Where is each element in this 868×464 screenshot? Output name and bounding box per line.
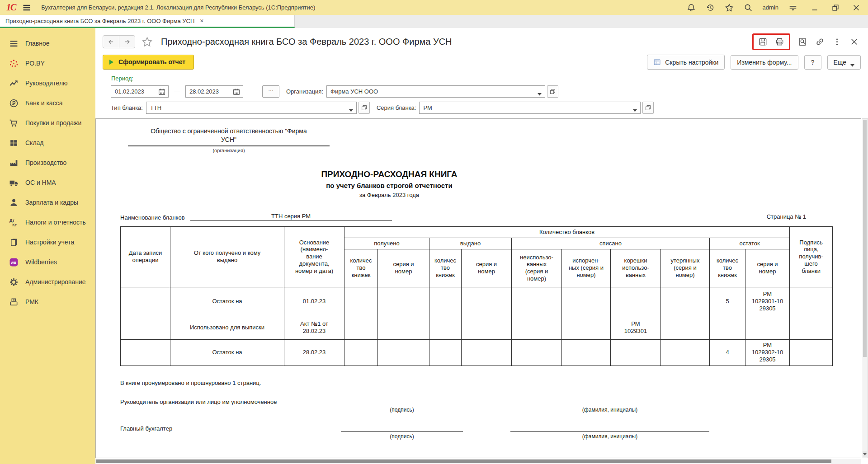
table-cell [429, 316, 462, 339]
period-to-value[interactable]: 28.02.2023 [189, 88, 219, 95]
more-dots-icon[interactable] [832, 37, 842, 47]
vertical-scroll-thumb[interactable] [863, 120, 867, 357]
period-from-value[interactable]: 01.02.2023 [115, 88, 144, 95]
user-name[interactable]: admin [763, 4, 778, 11]
change-form-button[interactable]: Изменить форму... [731, 55, 798, 70]
tab-report[interactable]: Приходно-расходная книга БСО за Февраль … [0, 15, 295, 28]
favorite-star-icon[interactable] [142, 36, 153, 47]
table-row: Остаток на28.02.234РМ 1029302-10 29305 [121, 339, 833, 366]
window-titlebar: 1С Бухгалтерия для Беларуси, редакция 2.… [0, 0, 868, 15]
table-cell [512, 316, 562, 339]
change-form-label: Изменить форму... [737, 59, 792, 66]
organization-open-button[interactable] [547, 85, 558, 98]
open-icon [549, 88, 556, 95]
col-header-series: серия и номер [745, 249, 790, 287]
save-icon[interactable] [758, 37, 768, 47]
service-menu-icon[interactable] [788, 3, 797, 12]
chevron-down-icon[interactable] [633, 107, 637, 109]
table-cell [611, 287, 661, 316]
restore-icon[interactable] [831, 3, 840, 12]
main-menu-icon[interactable] [22, 3, 31, 12]
blanks-name-label: Наименование бланков [120, 214, 185, 221]
col-header-from: От кого получено и кому выдано [170, 226, 284, 287]
generate-report-button[interactable]: Сформировать отчет [103, 55, 194, 70]
table-cell [512, 287, 562, 316]
preview-icon[interactable] [798, 37, 807, 47]
close-icon[interactable] [852, 3, 861, 12]
table-cell: 01.02.23 [284, 287, 344, 316]
blank-series-combo[interactable]: РМ [419, 102, 641, 114]
sidebar-item-банк-и-касса[interactable]: Банк и касса [0, 93, 95, 113]
window-status-icons [687, 3, 753, 12]
hide-settings-button[interactable]: Скрыть настройки [647, 55, 725, 70]
blank-type-combo[interactable]: ТТН [146, 102, 357, 114]
sidebar-item-label: Руководителю [25, 80, 67, 87]
table-cell [790, 316, 833, 339]
signature-line [510, 425, 709, 432]
period-to-field[interactable]: 28.02.2023 [185, 85, 243, 98]
calendar-icon[interactable] [158, 88, 166, 96]
period-from-field[interactable]: 01.02.2023 [111, 85, 169, 98]
blank-series-open-button[interactable] [642, 102, 654, 114]
open-icon [361, 104, 368, 111]
favorites-icon[interactable] [725, 3, 734, 12]
blank-type-open-button[interactable] [359, 102, 370, 114]
blanks-name-value: ТТН серия РМ [190, 213, 392, 221]
document-org-caption: (организация) [128, 148, 330, 153]
table-cell [790, 339, 833, 366]
forward-button[interactable] [119, 36, 135, 48]
sidebar-item-налоги-и-отчетность[interactable]: ДтКтНалоги и отчетность [0, 212, 95, 232]
table-cell [378, 339, 429, 366]
sidebar-item-руководителю[interactable]: Руководителю [0, 73, 95, 93]
table-cell [429, 339, 462, 366]
table-cell [121, 316, 170, 339]
history-icon[interactable] [706, 3, 715, 12]
chevron-down-icon[interactable] [538, 90, 542, 93]
notifications-icon[interactable] [687, 3, 696, 12]
sidebar-item-покупки-и-продажи[interactable]: Покупки и продажи [0, 113, 95, 133]
vertical-scrollbar[interactable] [862, 118, 868, 458]
form-toolbar [752, 33, 861, 50]
tab-close-icon[interactable]: × [200, 17, 203, 24]
help-button[interactable]: ? [804, 55, 821, 70]
print-icon[interactable] [775, 37, 784, 47]
period-options-button[interactable]: ... [262, 85, 279, 98]
close-icon[interactable] [849, 37, 859, 47]
table-cell [562, 339, 611, 366]
back-button[interactable] [103, 36, 119, 48]
search-icon[interactable] [744, 3, 753, 12]
table-cell: Акт №1 от 28.02.23 [284, 316, 344, 339]
table-cell: 5 [710, 287, 745, 316]
calendar-icon[interactable] [232, 88, 241, 96]
scroll-down-button[interactable] [863, 451, 867, 457]
signature-caption: (подпись) [341, 407, 463, 413]
sidebar-item-ос-и-нма[interactable]: ОС и НМА [0, 173, 95, 192]
sidebar-item-зарплата-и-кадры[interactable]: Зарплата и кадры [0, 192, 95, 212]
sidebar-item-po.by[interactable]: PO.BY [0, 53, 95, 73]
horizontal-scrollbar[interactable] [95, 459, 861, 464]
sidebar-item-производство[interactable]: Производство [0, 153, 95, 173]
sidebar-item-wildberries[interactable]: WBWildberries [0, 252, 95, 272]
link-icon[interactable] [815, 37, 825, 47]
table-cell [462, 316, 512, 339]
play-icon [109, 59, 114, 65]
more-button[interactable]: Еще [827, 55, 861, 70]
table-cell [745, 316, 790, 339]
sidebar-item-администрирование[interactable]: Администрирование [0, 272, 95, 292]
table-cell: РМ 1029302-10 29305 [745, 339, 790, 366]
minimize-icon[interactable] [810, 3, 819, 12]
signature-label: Главный бухгалтер [120, 425, 341, 432]
sidebar-item-главное[interactable]: Главное [0, 33, 95, 53]
organization-combo[interactable]: Фирма УСН ООО [326, 85, 545, 98]
col-header-date: Дата записи операции [121, 226, 170, 287]
col-header-books-count: количес тво книжек [429, 249, 462, 287]
sidebar-item-рмк[interactable]: РМК [0, 292, 95, 312]
hide-settings-label: Скрыть настройки [665, 59, 718, 66]
sidebar-item-склад[interactable]: Склад [0, 133, 95, 153]
sidebar-item-настройки-учета[interactable]: Настройки учета [0, 232, 95, 252]
horizontal-scroll-thumb[interactable] [96, 459, 831, 463]
chevron-down-icon[interactable] [349, 107, 353, 109]
settings-form-icon [653, 58, 661, 66]
table-cell [378, 316, 429, 339]
pages-note: В книге пронумеровано и прошнуровано 1 с… [120, 380, 861, 386]
